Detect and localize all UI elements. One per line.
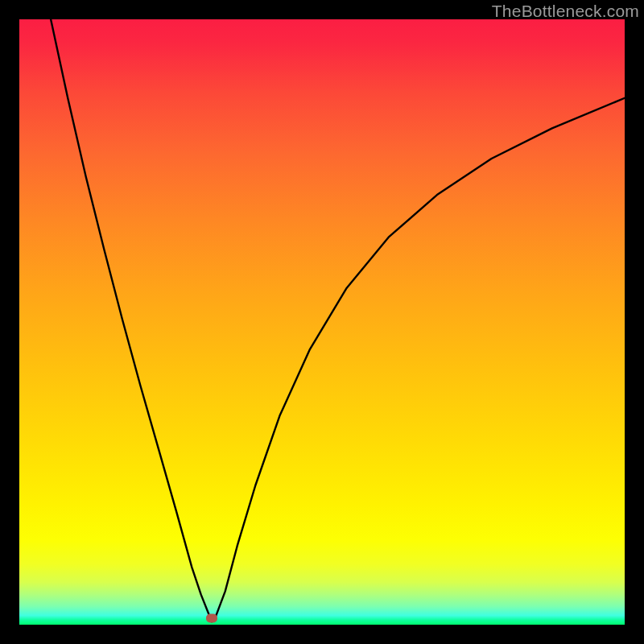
optimal-point-marker: [206, 613, 217, 622]
watermark-text: TheBottleneck.com: [492, 2, 639, 21]
plot-area: [19, 19, 625, 625]
chart-frame: TheBottleneck.com: [0, 0, 644, 644]
heat-gradient-background: [19, 19, 625, 625]
